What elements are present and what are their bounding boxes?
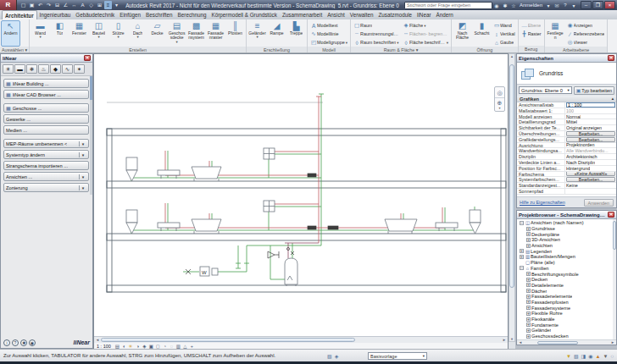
- drawing-area[interactable]: W ◎⊕▾ ◄ ► 1 : 100 ▤◐☀◑◈▣◻◔◌▥△+: [93, 53, 509, 349]
- open-icon[interactable]: ▢: [19, 1, 27, 9]
- tab-ingenieurbau[interactable]: Ingenieurbau: [37, 10, 74, 19]
- property-value[interactable]: 100: [566, 108, 574, 113]
- ribbon-button-wand[interactable]: ▬Wand▾: [31, 20, 50, 47]
- expand-icon[interactable]: +: [526, 227, 531, 231]
- scroll-right-icon[interactable]: ►: [609, 339, 616, 345]
- browser-vertical-scrollbar[interactable]: [613, 219, 616, 339]
- warning-icon[interactable]: ▲: [596, 354, 601, 359]
- tree-item-bauteillisten-mengen[interactable]: +▥Bauteillisten/Mengen: [517, 254, 616, 260]
- ribbon-button-tür[interactable]: ◧Tür: [50, 20, 69, 47]
- close-icon[interactable]: ✕: [84, 55, 91, 61]
- tree-item-fassadensysteme[interactable]: +Fassadensysteme: [517, 305, 616, 311]
- section-icon[interactable]: ⊞: [96, 1, 103, 9]
- property-value[interactable]: Mittel: [566, 119, 577, 124]
- scrollbar-thumb[interactable]: [101, 338, 355, 342]
- linear-button-linear-building[interactable]: ▦liNear Building ...: [3, 79, 89, 88]
- linear-button-systemtyp-ändern[interactable]: Systemtyp ändern▾: [3, 150, 89, 159]
- linear-button-ansichten[interactable]: Ansichten ...▾: [3, 172, 89, 181]
- linear-button-gewerke[interactable]: Gewerke ...: [3, 114, 89, 124]
- filter-icon[interactable]: ▼: [603, 354, 608, 359]
- type-select-dropdown[interactable]: Grundriss: Ebene 0▾: [519, 86, 572, 94]
- scroll-left-icon[interactable]: ◄: [517, 339, 524, 345]
- ribbon-button-raum-beschriften[interactable]: ◊Raum beschriften▾: [352, 38, 401, 47]
- redo-icon[interactable]: ↷: [45, 1, 53, 9]
- property-value-edit[interactable]: 1 : 100: [566, 102, 615, 108]
- ribbon-button-raumtrennungslinie[interactable]: ┈Raumtrennungslinie: [352, 30, 401, 38]
- expand-icon[interactable]: +: [526, 295, 531, 299]
- flame-icon[interactable]: ♨: [38, 64, 49, 74]
- linear-button-zonierung[interactable]: Zonierung▾: [3, 183, 89, 192]
- linear-button-linear-cad-browser[interactable]: ▦liNear CAD Browser ...: [3, 90, 89, 99]
- tab-ändern[interactable]: Ändern: [434, 10, 456, 19]
- ribbon-button-raster[interactable]: ╋Raster: [520, 30, 543, 38]
- linear-button-mep-räume-umbenennen[interactable]: MEP-Räume umbenennen <▾: [3, 139, 89, 148]
- ribbon-button-anzeigen[interactable]: ◉Anzeigen: [565, 21, 607, 30]
- tree-item-ansichten[interactable]: +Ansichten: [517, 243, 616, 249]
- tab-ansicht[interactable]: Ansicht: [325, 10, 347, 19]
- tree-item-dächer[interactable]: +Dächer: [517, 288, 616, 294]
- cooling-icon[interactable]: ❄: [26, 64, 37, 74]
- tab-linear[interactable]: liNear: [414, 10, 433, 19]
- water-drop-icon[interactable]: ◆: [50, 64, 61, 74]
- browser-horizontal-scrollbar[interactable]: ◄ ►: [517, 339, 616, 345]
- ribbon-button-wand[interactable]: ▭Wand: [492, 21, 517, 30]
- collapse-icon[interactable]: –: [520, 266, 524, 270]
- ribbon-button-ebene[interactable]: ―Ebene: [520, 21, 543, 30]
- property-value[interactable]: Original anzeigen: [566, 125, 602, 130]
- close-button[interactable]: ×: [604, 1, 615, 9]
- ribbon-button-bauteil[interactable]: ◫Bauteil▾: [89, 20, 108, 47]
- properties-help-link[interactable]: Hilfe zu Eigenschaften: [520, 200, 565, 205]
- help-circle-icon[interactable]: ?: [12, 339, 19, 346]
- collapse-icon[interactable]: –: [520, 221, 524, 225]
- settings-icon[interactable]: ✱: [20, 339, 27, 346]
- favorites-icon[interactable]: ☆: [509, 3, 518, 8]
- expand-icon[interactable]: +: [526, 283, 531, 287]
- ribbon-button-fläche[interactable]: ◈Fläche▾: [401, 21, 450, 30]
- ribbon-button-fassadenraster[interactable]: ▦Fassadenraster: [206, 20, 225, 47]
- editable-only-icon[interactable]: ▼: [566, 354, 571, 359]
- exchange-apps-icon[interactable]: ✱: [501, 3, 509, 8]
- tab-einfügen[interactable]: Einfügen: [117, 10, 143, 19]
- ribbon-button-flächen-begrenzung[interactable]: ┅Flächen- begrenzung: [401, 30, 450, 38]
- tab-zusammenarbeit[interactable]: Zusammenarbeit: [280, 10, 325, 19]
- vertical-scrollbar[interactable]: ▲ ▼: [509, 53, 515, 342]
- linear-scrollbar[interactable]: [90, 76, 92, 195]
- worksets-icon[interactable]: ▧: [327, 353, 332, 359]
- search-input[interactable]: [407, 3, 490, 8]
- scroll-down-icon[interactable]: ▼: [509, 337, 514, 341]
- expand-icon[interactable]: +: [526, 323, 531, 327]
- tree-item-pläne-alle[interactable]: ▢Pläne (alle): [517, 260, 616, 266]
- property-value[interactable]: Architektonisch: [566, 154, 598, 159]
- save-icon[interactable]: ▣: [28, 1, 36, 9]
- ribbon-button-gaube[interactable]: ⌂Gaube: [492, 38, 517, 47]
- signin-dropdown-icon[interactable]: ▾: [544, 3, 553, 8]
- ribbon-button-nach-fläche[interactable]: ◩Nach Fläche: [453, 20, 472, 47]
- ribbon-button-pfosten[interactable]: ║Pfosten: [225, 20, 245, 47]
- text-icon[interactable]: A: [79, 1, 86, 9]
- ribbon-button-decke[interactable]: ▱Decke: [147, 20, 167, 47]
- signin-button[interactable]: Anmelden: [520, 3, 542, 8]
- property-value-button[interactable]: Bearbeiten...: [566, 177, 615, 182]
- steering-wheel-icon[interactable]: ◎: [495, 88, 504, 97]
- dropdown-arrow-icon[interactable]: ▾: [570, 3, 578, 8]
- tree-item-detailelemente[interactable]: +Detailelemente: [517, 283, 616, 289]
- property-value[interactable]: Projektnorden: [566, 143, 595, 148]
- close-icon[interactable]: ✕: [608, 212, 614, 218]
- pin-icon[interactable]: ◉: [588, 353, 592, 359]
- edit-type-button[interactable]: ▣Typ bearbeiten: [574, 86, 614, 95]
- tree-item-flexible-rohre[interactable]: +Flexible Rohre: [517, 311, 616, 317]
- measure-icon[interactable]: ∠: [62, 1, 69, 9]
- ribbon-button-modelltext[interactable]: AModelltext: [308, 21, 349, 30]
- thin-lines-icon[interactable]: ≡: [104, 1, 112, 9]
- ribbon-button-geschossdecke[interactable]: ▤Geschossdecke▾: [167, 20, 186, 47]
- ribbon-button-fläche-beschriften[interactable]: ◊Fläche beschriften▾: [401, 38, 450, 47]
- tree-item-fassadenelemente[interactable]: +Fassadenelemente: [517, 294, 616, 300]
- about-icon[interactable]: ◉: [29, 339, 36, 346]
- scroll-up-icon[interactable]: ▲: [509, 54, 514, 58]
- ribbon-button-dach[interactable]: ⌂Dach▾: [128, 20, 147, 47]
- expand-icon[interactable]: +: [526, 317, 531, 322]
- expand-icon[interactable]: +: [520, 255, 524, 259]
- ribbon-button-fenster[interactable]: ▦Fenster: [69, 20, 89, 47]
- expand-icon[interactable]: +: [526, 232, 531, 236]
- links-icon[interactable]: ◈: [335, 353, 339, 359]
